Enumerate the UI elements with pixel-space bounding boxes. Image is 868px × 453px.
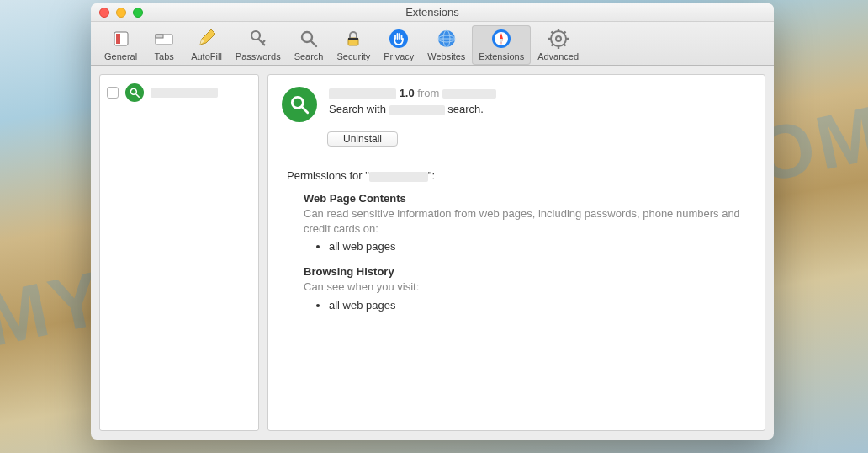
svg-line-33	[302, 107, 308, 113]
svg-line-29	[564, 32, 565, 34]
svg-rect-1	[116, 34, 120, 44]
permission-section-title: Browsing History	[304, 265, 746, 278]
gear-icon	[547, 27, 570, 51]
permission-section: Browsing HistoryCan see when you visit:a…	[304, 265, 746, 312]
extension-row[interactable]	[105, 80, 253, 105]
content-area: 1.0 from Search with search. Uninstall	[91, 66, 774, 440]
toolbar-item-tabs[interactable]: Tabs	[144, 25, 184, 65]
extension-name-redacted	[329, 88, 396, 99]
svg-line-23	[564, 44, 565, 45]
magnifier-icon	[282, 87, 317, 122]
svg-line-8	[311, 41, 316, 46]
desc-name-redacted	[389, 105, 445, 115]
svg-rect-10	[348, 38, 358, 40]
svg-line-31	[136, 94, 140, 98]
svg-rect-3	[156, 35, 163, 38]
toolbar-item-label: Passwords	[236, 51, 281, 61]
toolbar-item-websites[interactable]: Websites	[421, 25, 472, 65]
globe-icon	[435, 27, 458, 51]
svg-point-20	[551, 31, 566, 46]
search-icon	[297, 27, 320, 51]
toolbar-item-label: Tabs	[155, 51, 174, 61]
extension-detail: 1.0 from Search with search. Uninstall	[267, 74, 765, 431]
compass-icon	[490, 27, 513, 51]
svg-line-27	[551, 32, 553, 34]
permission-item: all web pages	[329, 298, 746, 312]
tabs-icon	[152, 27, 176, 51]
toolbar-item-label: Privacy	[384, 51, 414, 61]
toolbar-item-security[interactable]: Security	[330, 25, 377, 65]
permission-item: all web pages	[329, 239, 746, 253]
vendor-redacted	[442, 89, 496, 99]
permission-section: Web Page ContentsCan read sensitive info…	[304, 192, 746, 253]
toolbar-item-general[interactable]: General	[98, 25, 144, 65]
toolbar-item-advanced[interactable]: Advanced	[531, 25, 585, 65]
permission-section-desc: Can read sensitive information from web …	[304, 206, 746, 236]
toolbar-item-label: Security	[336, 51, 370, 61]
extension-enable-checkbox[interactable]	[107, 87, 119, 99]
permission-section-title: Web Page Contents	[304, 192, 746, 205]
extensions-list	[99, 74, 259, 431]
detail-title-line: 1.0 from	[329, 87, 496, 99]
magnifier-icon	[125, 83, 144, 102]
extension-name-redacted	[151, 88, 218, 98]
from-label: from	[417, 87, 439, 99]
extension-version: 1.0	[400, 87, 415, 99]
perm-name-redacted	[369, 172, 428, 182]
toolbar-item-extensions[interactable]: Extensions	[472, 25, 531, 65]
toolbar-item-privacy[interactable]: Privacy	[377, 25, 421, 65]
detail-header: 1.0 from Search with search.	[268, 75, 765, 131]
svg-line-25	[551, 44, 553, 45]
permissions-block: Permissions for "": Web Page ContentsCan…	[268, 157, 765, 336]
lock-icon	[341, 27, 365, 51]
window-title: Extensions	[91, 6, 774, 19]
switch-icon	[109, 27, 133, 51]
pencil-icon	[194, 27, 218, 51]
toolbar-item-passwords[interactable]: Passwords	[229, 25, 288, 65]
permission-section-desc: Can see when you visit:	[304, 280, 746, 295]
toolbar-item-label: AutoFill	[191, 51, 222, 61]
preferences-toolbar: GeneralTabsAutoFillPasswordsSearchSecuri…	[91, 22, 774, 66]
title-bar: Extensions	[91, 3, 774, 22]
toolbar-item-label: Extensions	[479, 51, 524, 61]
svg-point-21	[556, 36, 561, 41]
uninstall-button[interactable]: Uninstall	[327, 131, 398, 147]
detail-description: Search with search.	[329, 103, 496, 115]
toolbar-item-label: General	[104, 51, 137, 61]
toolbar-item-label: Advanced	[537, 51, 579, 61]
key-icon	[246, 27, 270, 51]
permissions-title: Permissions for "":	[287, 169, 746, 182]
toolbar-item-search[interactable]: Search	[288, 25, 331, 65]
toolbar-item-label: Websites	[427, 51, 465, 61]
toolbar-item-autofill[interactable]: AutoFill	[184, 25, 229, 65]
toolbar-item-label: Search	[294, 51, 324, 61]
hand-icon	[387, 27, 410, 51]
preferences-window: Extensions GeneralTabsAutoFillPasswordsS…	[91, 3, 774, 440]
